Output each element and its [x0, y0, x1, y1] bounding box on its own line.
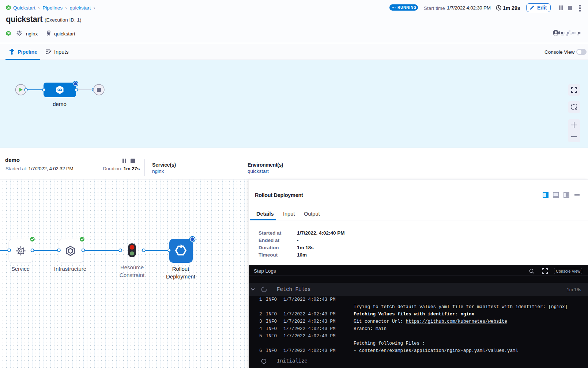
svg-text:demo: demo: [53, 101, 67, 107]
svg-text:Service: Service: [11, 266, 30, 272]
svg-text:Infrastructure: Infrastructure: [54, 266, 86, 272]
svg-text:Constraint: Constraint: [120, 272, 145, 278]
svg-text:Deployment: Deployment: [166, 273, 196, 280]
svg-text:Rollout: Rollout: [172, 266, 190, 272]
svg-text:Resource: Resource: [120, 264, 144, 270]
